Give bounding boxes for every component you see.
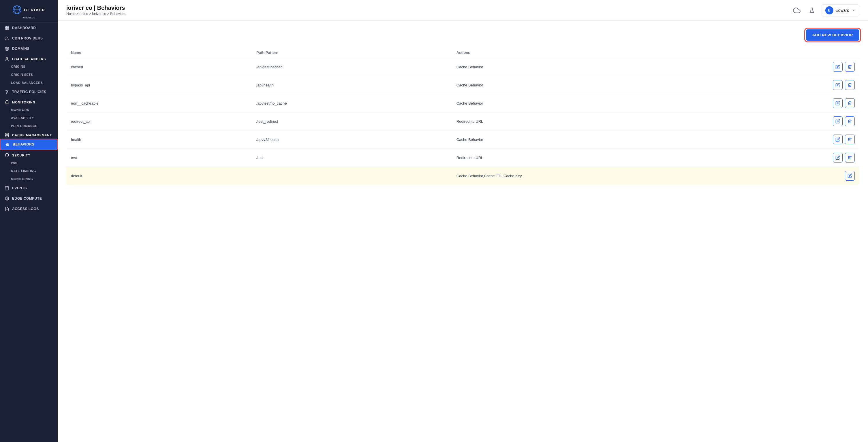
edit-button[interactable] bbox=[845, 171, 855, 181]
sidebar-item-performance[interactable]: Performance bbox=[0, 122, 58, 130]
svg-rect-23 bbox=[5, 187, 9, 190]
cell-name: non__cacheable bbox=[66, 94, 252, 112]
edit-button[interactable] bbox=[833, 62, 843, 72]
sidebar-cache-label: Cache Management bbox=[12, 133, 52, 137]
col-row-actions bbox=[828, 47, 859, 58]
trash-icon bbox=[847, 101, 852, 105]
sidebar-item-monitoring[interactable]: Monitoring bbox=[0, 97, 58, 106]
svg-rect-6 bbox=[7, 28, 9, 30]
delete-button[interactable] bbox=[845, 62, 855, 72]
sidebar-item-traffic-policies[interactable]: Traffic Policies bbox=[0, 87, 58, 97]
row-action-buttons bbox=[833, 98, 855, 108]
sidebar-security-label: Security bbox=[12, 154, 31, 157]
edit-button[interactable] bbox=[833, 80, 843, 90]
row-action-buttons bbox=[833, 116, 855, 126]
sliders2-icon bbox=[5, 142, 10, 147]
sidebar-item-dashboard-label: Dashboard bbox=[12, 26, 36, 30]
edit-icon bbox=[835, 83, 840, 87]
trash-icon bbox=[847, 119, 852, 124]
delete-button[interactable] bbox=[845, 116, 855, 126]
topbar-title-area: ioriver co | Behaviors Home > demo > ior… bbox=[66, 5, 125, 16]
delete-button[interactable] bbox=[845, 153, 855, 163]
edit-icon bbox=[847, 173, 852, 178]
sidebar-item-monitoring-security[interactable]: Monitoring bbox=[0, 175, 58, 183]
cell-action: Redirect to URL bbox=[452, 112, 828, 131]
edit-button[interactable] bbox=[833, 153, 843, 163]
svg-rect-5 bbox=[5, 28, 7, 30]
cell-path: /test_redirect bbox=[252, 112, 452, 131]
user-icon bbox=[5, 57, 9, 61]
svg-rect-3 bbox=[5, 26, 7, 28]
svg-point-22 bbox=[7, 145, 8, 146]
edit-icon bbox=[835, 101, 840, 105]
cell-name: health bbox=[66, 131, 252, 149]
sidebar-item-dashboard[interactable]: Dashboard bbox=[0, 23, 58, 33]
delete-button[interactable] bbox=[845, 98, 855, 108]
sidebar-item-rate-limiting[interactable]: Rate Limiting bbox=[0, 167, 58, 175]
sidebar-item-waf[interactable]: WAF bbox=[0, 159, 58, 167]
add-new-behavior-button[interactable]: ADD NEW BEHAVIOR bbox=[806, 29, 859, 41]
sidebar-item-origin-sets[interactable]: Origin Sets bbox=[0, 71, 58, 79]
sidebar-item-monitors[interactable]: Monitors bbox=[0, 106, 58, 114]
cell-action: Redirect to URL bbox=[452, 149, 828, 167]
cell-name: test bbox=[66, 149, 252, 167]
trash-icon bbox=[847, 137, 852, 142]
sidebar-item-load-balancers[interactable]: Load Balancers bbox=[0, 54, 58, 63]
topbar: ioriver co | Behaviors Home > demo > ior… bbox=[58, 0, 868, 21]
cloud-status-button[interactable] bbox=[792, 5, 802, 15]
flask-button[interactable] bbox=[807, 5, 817, 15]
user-menu-button[interactable]: E Edward bbox=[822, 4, 859, 16]
edit-icon bbox=[835, 119, 840, 124]
edit-button[interactable] bbox=[833, 116, 843, 126]
sidebar-item-behaviors[interactable]: Behaviors bbox=[0, 139, 58, 150]
row-action-buttons bbox=[833, 171, 855, 181]
svg-rect-4 bbox=[7, 26, 9, 28]
page-title: ioriver co | Behaviors bbox=[66, 5, 125, 11]
cell-action: Cache Behavior bbox=[452, 58, 828, 76]
sidebar-item-cdn-providers[interactable]: CDN Providers bbox=[0, 33, 58, 43]
edit-button[interactable] bbox=[833, 98, 843, 108]
table-row: bypass_api /api/health Cache Behavior bbox=[66, 76, 859, 94]
logo-text: IO RIVER bbox=[24, 8, 45, 12]
col-name: Name bbox=[66, 47, 252, 58]
cloud-status-icon bbox=[793, 7, 801, 14]
sidebar-item-security[interactable]: Security bbox=[0, 150, 58, 159]
delete-button[interactable] bbox=[845, 80, 855, 90]
sliders-icon bbox=[5, 90, 9, 94]
sidebar-item-cache-management[interactable]: Cache Management bbox=[0, 130, 58, 139]
edit-button[interactable] bbox=[833, 135, 843, 144]
edit-icon bbox=[835, 65, 840, 69]
table-row: health /api/v2/health Cache Behavior bbox=[66, 131, 859, 149]
sidebar-edge-label: Edge Compute bbox=[12, 197, 42, 201]
edit-icon bbox=[835, 137, 840, 142]
sidebar-item-access-logs[interactable]: Access Logs bbox=[0, 204, 58, 214]
sidebar-item-events[interactable]: Events bbox=[0, 183, 58, 193]
sidebar: IO RIVER ioriver.co Dashboard CDN Provid… bbox=[0, 0, 58, 442]
cell-action: Cache Behavior bbox=[452, 131, 828, 149]
sidebar-item-origins[interactable]: Origins bbox=[0, 63, 58, 71]
sidebar-events-label: Events bbox=[12, 186, 27, 190]
edit-icon bbox=[835, 155, 840, 160]
grid-icon bbox=[5, 26, 9, 30]
sidebar-item-lb-sub[interactable]: Load Balancers bbox=[0, 79, 58, 87]
user-avatar: E bbox=[825, 6, 833, 14]
logo-area: IO RIVER ioriver.co bbox=[0, 0, 58, 23]
table-header: Name Path Pattern Actions bbox=[66, 47, 859, 58]
table-row: cached /api/test/cached Cache Behavior bbox=[66, 58, 859, 76]
sidebar-tp-label: Traffic Policies bbox=[12, 90, 46, 94]
sidebar-item-edge-compute[interactable]: Edge Compute bbox=[0, 193, 58, 204]
cell-name: bypass_api bbox=[66, 76, 252, 94]
sidebar-item-domains[interactable]: Domains bbox=[0, 43, 58, 54]
breadcrumb: Home > demo > ioriver co > Behaviors bbox=[66, 12, 125, 16]
globe-icon bbox=[5, 46, 9, 51]
logo-icon bbox=[12, 5, 22, 14]
delete-button[interactable] bbox=[845, 135, 855, 144]
file-icon bbox=[5, 207, 9, 211]
sidebar-item-availability[interactable]: Availability bbox=[0, 114, 58, 122]
cell-path: /api/health bbox=[252, 76, 452, 94]
cell-path: /api/test/cached bbox=[252, 58, 452, 76]
cell-path bbox=[252, 167, 452, 185]
table-body: cached /api/test/cached Cache Behavior b… bbox=[66, 58, 859, 185]
table-row: non__cacheable /api/test/no_cache Cache … bbox=[66, 94, 859, 112]
sidebar-item-cdn-label: CDN Providers bbox=[12, 36, 43, 40]
